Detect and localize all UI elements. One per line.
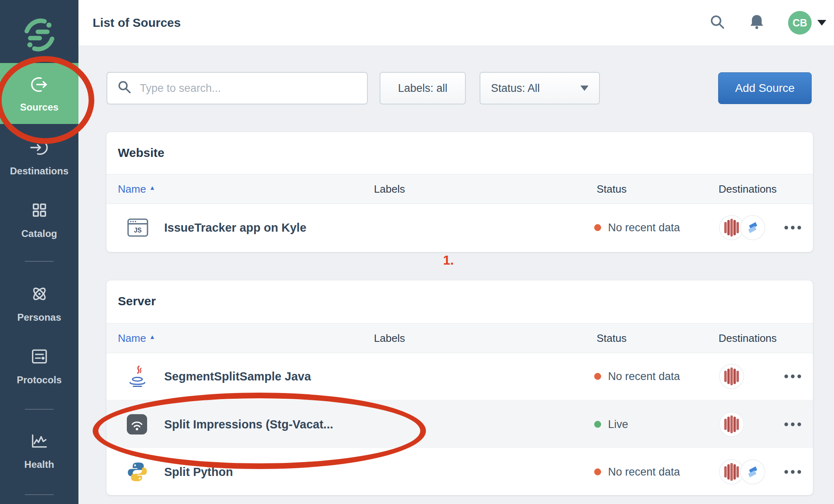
table-header: Name▲ Labels Status Destinations <box>106 174 813 204</box>
search-input[interactable] <box>139 82 367 95</box>
sidebar-item-catalog[interactable]: Catalog <box>0 200 78 239</box>
status-text: No recent data <box>608 370 680 382</box>
protocols-icon <box>29 346 50 369</box>
row-overflow-menu-icon[interactable] <box>772 226 813 230</box>
column-header-labels: Labels <box>374 183 405 196</box>
sidebar-item-label: Protocols <box>17 374 62 386</box>
add-source-button[interactable]: Add Source <box>718 72 812 104</box>
notifications-bell-icon[interactable] <box>747 12 767 33</box>
column-header-destinations: Destinations <box>719 183 777 196</box>
sidebar-item-health[interactable]: Health <box>0 431 78 470</box>
split-destination-icon[interactable] <box>740 459 765 484</box>
sidebar-item-sources[interactable]: Sources <box>0 63 78 124</box>
column-header-status: Status <box>597 332 627 345</box>
python-source-icon <box>127 461 148 482</box>
source-name[interactable]: SegmentSplitSample Java <box>164 369 311 383</box>
http-api-source-icon <box>127 414 147 434</box>
status-text: No recent data <box>608 222 680 234</box>
section-title: Server <box>118 294 156 308</box>
status-filter-dropdown[interactable]: Status: All <box>480 72 600 104</box>
split-destination-icon[interactable] <box>740 215 765 240</box>
status-dot-icon <box>594 224 601 231</box>
column-header-labels: Labels <box>374 332 405 345</box>
redshift-destination-icon[interactable] <box>719 364 744 389</box>
status-dot-icon <box>594 468 601 475</box>
row-overflow-menu-icon[interactable] <box>772 374 813 378</box>
server-section-card: Server Name▲ Labels Status Destinations … <box>106 280 813 495</box>
sidebar-item-label: Sources <box>20 102 59 113</box>
column-header-name[interactable]: Name▲ <box>118 332 155 345</box>
avatar[interactable]: CB <box>788 11 812 35</box>
health-icon <box>29 431 50 454</box>
chevron-down-icon <box>580 86 589 91</box>
catalog-icon <box>29 200 50 223</box>
column-header-name[interactable]: Name▲ <box>118 183 155 196</box>
source-name[interactable]: IssueTracker app on Kyle <box>164 221 306 235</box>
status-dot-icon <box>594 373 601 380</box>
search-icon <box>117 80 132 97</box>
segment-logo-icon <box>19 15 60 57</box>
destinations-cell <box>719 364 744 389</box>
status-text: Live <box>608 418 628 430</box>
status-cell: Live <box>594 418 628 430</box>
sidebar: Sources Destinations Cata <box>0 0 78 504</box>
status-dot-icon <box>594 421 601 428</box>
annotation-step-number: 1. <box>443 253 454 268</box>
sort-asc-icon: ▲ <box>149 333 155 340</box>
source-name[interactable]: Split Impressions (Stg-Vacat... <box>164 417 333 431</box>
website-section-card: Website Name▲ Labels Status Destinations… <box>106 132 813 252</box>
sidebar-item-label: Health <box>24 459 54 470</box>
table-row[interactable]: SegmentSplitSample Java No recent data <box>106 352 813 400</box>
account-menu-caret-icon[interactable] <box>817 20 826 26</box>
sidebar-item-personas[interactable]: Personas <box>0 284 78 323</box>
sidebar-item-label: Personas <box>17 312 61 323</box>
topbar: List of Sources CB <box>78 0 834 46</box>
javascript-source-icon: JS <box>127 217 149 239</box>
avatar-initials: CB <box>793 17 807 29</box>
sidebar-item-label: Catalog <box>21 228 57 239</box>
sidebar-item-protocols[interactable]: Protocols <box>0 346 78 386</box>
table-row[interactable]: JS IssueTracker app on Kyle No recent da… <box>106 203 813 252</box>
destinations-cell <box>719 412 744 437</box>
personas-icon <box>29 284 50 306</box>
status-filter-label: Status: All <box>491 82 540 95</box>
column-header-status: Status <box>597 183 627 196</box>
sidebar-item-destinations[interactable]: Destinations <box>0 137 78 177</box>
sidebar-divider <box>25 261 54 262</box>
redshift-destination-icon[interactable] <box>719 412 744 437</box>
sidebar-divider <box>25 494 54 495</box>
row-overflow-menu-icon[interactable] <box>772 470 813 474</box>
status-cell: No recent data <box>594 370 680 382</box>
destinations-cell <box>719 215 765 240</box>
sources-icon <box>29 74 50 97</box>
labels-filter-label: Labels: all <box>398 82 447 95</box>
status-text: No recent data <box>608 465 680 478</box>
app-screen: Sources Destinations Cata <box>0 0 834 504</box>
sort-asc-icon: ▲ <box>149 184 155 191</box>
java-source-icon <box>127 365 148 388</box>
labels-filter-button[interactable]: Labels: all <box>380 72 466 104</box>
status-cell: No recent data <box>594 222 680 234</box>
search-icon[interactable] <box>708 13 727 33</box>
destinations-cell <box>719 459 765 484</box>
destinations-icon <box>29 137 50 160</box>
sidebar-divider <box>25 409 54 410</box>
table-row[interactable]: Split Impressions (Stg-Vacat... Live <box>106 400 813 448</box>
table-header: Name▲ Labels Status Destinations <box>106 323 813 353</box>
row-overflow-menu-icon[interactable] <box>772 422 813 426</box>
svg-text:JS: JS <box>134 227 141 234</box>
status-cell: No recent data <box>594 465 680 478</box>
column-header-destinations: Destinations <box>719 332 777 345</box>
sidebar-item-label: Destinations <box>10 165 68 177</box>
page-title: List of Sources <box>93 16 181 30</box>
table-row[interactable]: Split Python No recent data <box>106 448 813 495</box>
source-name[interactable]: Split Python <box>164 465 233 478</box>
search-input-wrapper <box>106 72 368 104</box>
section-title: Website <box>118 146 164 160</box>
